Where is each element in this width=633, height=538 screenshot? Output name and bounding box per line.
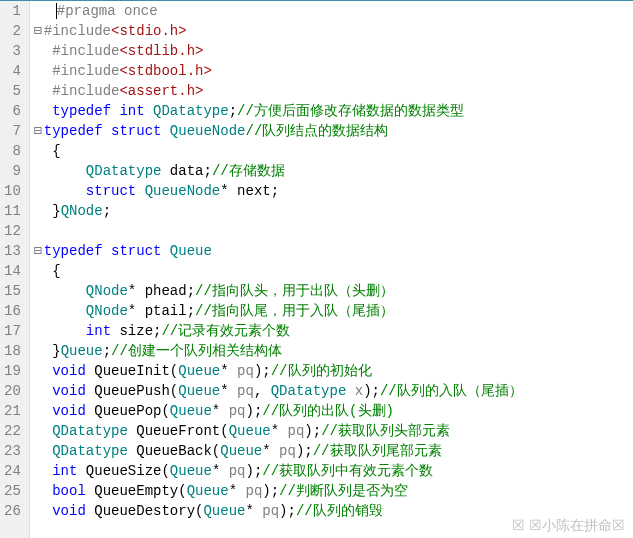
code-token: data;	[161, 163, 211, 179]
code-token: //获取队列尾部元素	[313, 443, 442, 459]
code-token: }	[44, 343, 61, 359]
code-line[interactable]: struct QueueNode* next;	[30, 181, 633, 201]
code-token: struct	[86, 183, 136, 199]
code-token: int	[52, 463, 77, 479]
code-token: size;	[111, 323, 161, 339]
code-token: #include	[52, 43, 119, 59]
code-token: );	[279, 503, 296, 519]
code-line[interactable]: QNode* phead;//指向队头，用于出队（头删）	[30, 281, 633, 301]
code-line[interactable]: QDatatype QueueFront(Queue* pq);//获取队列头部…	[30, 421, 633, 441]
fold-icon[interactable]: ⊟	[32, 241, 44, 261]
code-line[interactable]: bool QueueEmpty(Queue* pq);//判断队列是否为空	[30, 481, 633, 501]
code-area[interactable]: #pragma once⊟#include<stdio.h> #include<…	[30, 1, 633, 538]
code-line[interactable]: QDatatype QueueBack(Queue* pq);//获取队列尾部元…	[30, 441, 633, 461]
code-line[interactable]: }QNode;	[30, 201, 633, 221]
code-line[interactable]: typedef int QDatatype;//方便后面修改存储数据的数据类型	[30, 101, 633, 121]
fold-icon[interactable]: ⊟	[32, 121, 44, 141]
code-token	[44, 63, 52, 79]
code-token: pq	[279, 443, 296, 459]
fold-icon	[32, 381, 44, 401]
code-token: Queue	[220, 443, 262, 459]
line-number: 15	[4, 281, 21, 301]
line-number: 6	[4, 101, 21, 121]
code-line[interactable]	[30, 221, 633, 241]
code-line[interactable]: QDatatype data;//存储数据	[30, 161, 633, 181]
code-line[interactable]: }Queue;//创建一个队列相关结构体	[30, 341, 633, 361]
code-token	[44, 303, 86, 319]
code-line[interactable]: int QueueSize(Queue* pq);//获取队列中有效元素个数	[30, 461, 633, 481]
code-token	[44, 403, 52, 419]
code-token: pq	[262, 503, 279, 519]
code-token: {	[44, 263, 61, 279]
code-token: typedef	[52, 103, 111, 119]
code-token: //队列的出队(头删)	[262, 403, 394, 419]
line-number: 16	[4, 301, 21, 321]
code-line[interactable]: #include<stdlib.h>	[30, 41, 633, 61]
code-token: ;	[103, 203, 111, 219]
code-line[interactable]: ⊟typedef struct Queue	[30, 241, 633, 261]
code-line[interactable]: #pragma once	[30, 1, 633, 21]
code-token: //判断队列是否为空	[279, 483, 408, 499]
code-token: QueuePush(	[86, 383, 178, 399]
code-token: pq	[229, 403, 246, 419]
code-line[interactable]: QNode* ptail;//指向队尾，用于入队（尾插）	[30, 301, 633, 321]
code-line[interactable]: ⊟typedef struct QueueNode//队列结点的数据结构	[30, 121, 633, 141]
fold-icon[interactable]: ⊟	[32, 21, 44, 41]
code-line[interactable]: {	[30, 261, 633, 281]
code-token: * ptail;	[128, 303, 195, 319]
code-token: typedef	[44, 243, 103, 259]
line-number-gutter: 1234567891011121314151617181920212223242…	[0, 1, 30, 538]
code-token: QDatatype	[52, 443, 128, 459]
code-token: QNode	[86, 303, 128, 319]
line-number: 20	[4, 381, 21, 401]
code-token: #include	[52, 83, 119, 99]
fold-icon	[32, 401, 44, 421]
code-token: Queue	[187, 483, 229, 499]
code-token: *	[262, 443, 279, 459]
line-number: 14	[4, 261, 21, 281]
code-token	[44, 323, 86, 339]
code-token: //记录有效元素个数	[161, 323, 290, 339]
code-token	[44, 183, 86, 199]
fold-icon	[32, 441, 44, 461]
code-token: #include	[52, 63, 119, 79]
code-token: Queue	[229, 423, 271, 439]
line-number: 25	[4, 481, 21, 501]
code-token: Queue	[61, 343, 103, 359]
code-token: ,	[254, 383, 271, 399]
code-token	[44, 83, 52, 99]
fold-icon	[32, 161, 44, 181]
code-token: <stdlib.h>	[119, 43, 203, 59]
code-token: <assert.h>	[119, 83, 203, 99]
code-token: //队列的初始化	[271, 363, 372, 379]
code-token: #pragma once	[57, 3, 158, 19]
line-number: 17	[4, 321, 21, 341]
line-number: 18	[4, 341, 21, 361]
line-number: 13	[4, 241, 21, 261]
code-line[interactable]: ⊟#include<stdio.h>	[30, 21, 633, 41]
code-token: * next;	[220, 183, 279, 199]
code-token: QueueFront(	[128, 423, 229, 439]
code-token: //创建一个队列相关结构体	[111, 343, 282, 359]
code-token: //存储数据	[212, 163, 285, 179]
code-editor[interactable]: 1234567891011121314151617181920212223242…	[0, 0, 633, 538]
code-line[interactable]: #include<stdbool.h>	[30, 61, 633, 81]
code-token: Queue	[170, 403, 212, 419]
code-line[interactable]: void QueueInit(Queue* pq);//队列的初始化	[30, 361, 633, 381]
line-number: 9	[4, 161, 21, 181]
code-token: QueueSize(	[77, 463, 169, 479]
fold-icon	[32, 481, 44, 501]
code-line[interactable]: #include<assert.h>	[30, 81, 633, 101]
code-line[interactable]: void QueuePop(Queue* pq);//队列的出队(头删)	[30, 401, 633, 421]
code-token	[103, 243, 111, 259]
code-line[interactable]: void QueuePush(Queue* pq, QDatatype x);/…	[30, 381, 633, 401]
code-line[interactable]: int size;//记录有效元素个数	[30, 321, 633, 341]
code-token: );	[363, 383, 380, 399]
code-line[interactable]: {	[30, 141, 633, 161]
code-token: QueueInit(	[86, 363, 178, 379]
code-token: <stdio.h>	[111, 23, 187, 39]
code-token: ;	[229, 103, 237, 119]
code-token: *	[212, 463, 229, 479]
code-line[interactable]: void QueueDestory(Queue* pq);//队列的销毁	[30, 501, 633, 521]
code-token	[103, 123, 111, 139]
